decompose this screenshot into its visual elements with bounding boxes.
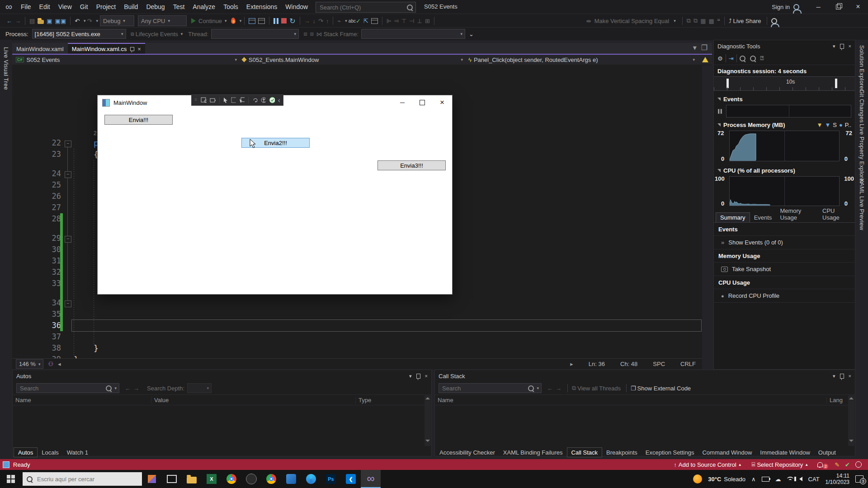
align-center-icon[interactable]: ⫤ <box>394 17 399 24</box>
search-back-icon[interactable]: ← <box>125 385 131 392</box>
taskbar-chrome[interactable] <box>222 470 241 488</box>
close-icon[interactable]: × <box>849 373 851 379</box>
show-external-code-icon[interactable]: ❐ <box>631 385 636 392</box>
open-file-icon[interactable] <box>38 18 44 24</box>
fold-collapse-box[interactable]: − <box>65 171 71 178</box>
tray-expand-icon[interactable]: ∧ <box>751 476 756 483</box>
pin-icon[interactable] <box>416 374 420 379</box>
taskbar-blue-app[interactable] <box>281 470 301 488</box>
grip-icon[interactable]: ⠿ <box>194 98 198 102</box>
feedback-pencil-icon[interactable]: ✎ <box>835 461 840 468</box>
wifi-icon[interactable] <box>787 477 793 481</box>
spell-check-icon[interactable]: abc✓ <box>349 18 361 24</box>
lifecycle-events-label[interactable]: Lifecycle Events <box>136 31 178 38</box>
align-top-icon[interactable]: ⊤ <box>401 18 406 24</box>
call-stack-header[interactable]: Call Stack ▾× <box>435 370 855 382</box>
weather-widget[interactable]: 30°C Soleado <box>708 476 745 483</box>
restore-button[interactable] <box>828 0 848 14</box>
live-share-status-icon[interactable] <box>855 461 862 468</box>
hot-reload-icon[interactable] <box>231 18 236 24</box>
weather-sun-icon[interactable] <box>693 474 702 483</box>
view-threads-icon[interactable]: ⧉ <box>572 385 576 392</box>
warning-icon[interactable] <box>702 57 708 62</box>
taskbar-excel[interactable]: X <box>202 470 222 488</box>
image-icon[interactable]: ▦ <box>700 18 706 24</box>
align-bottom-icon[interactable]: ⊥ <box>417 18 422 24</box>
live-visual-tree-icon[interactable] <box>249 18 255 24</box>
battery-icon[interactable] <box>762 477 769 482</box>
fold-collapse-box[interactable]: − <box>65 300 71 307</box>
restart-icon[interactable]: ↻ <box>289 17 295 25</box>
wpf-button[interactable]: Envia3!!! <box>377 160 446 170</box>
take-snapshot-link[interactable]: Take Snapshot <box>714 263 855 276</box>
pin-icon[interactable] <box>840 374 844 379</box>
keyboard-language[interactable]: CAT <box>808 476 820 483</box>
breadcrumb-project[interactable]: C# S052 Events▾ <box>12 56 241 63</box>
repository-chevron[interactable]: ▲ <box>805 463 808 467</box>
search-input[interactable] <box>441 385 528 392</box>
solution-platform-dropdown[interactable]: Any CPU▾ <box>138 15 187 26</box>
xaml-grid-icon[interactable] <box>371 18 378 24</box>
display-layout-adorners-icon[interactable] <box>231 97 236 103</box>
menu-item[interactable]: Window <box>281 0 312 14</box>
search-input[interactable] <box>19 385 106 392</box>
sign-in-label[interactable]: Sign in <box>772 4 790 10</box>
settings-gear-icon[interactable]: ⚙ <box>717 55 723 62</box>
bottom-tab[interactable]: Breakpoints <box>602 447 642 457</box>
show-next-statement-icon[interactable]: → <box>304 18 310 24</box>
side-tab[interactable]: Live Property Explorer <box>859 124 865 183</box>
search-depth-dropdown[interactable]: ▾ <box>187 383 212 393</box>
menu-item[interactable]: Edit <box>35 0 54 14</box>
taskbar-photoshop[interactable]: Ps <box>321 470 341 488</box>
bottom-tab[interactable]: Command Window <box>698 447 756 457</box>
menu-item[interactable]: Build <box>120 0 142 14</box>
solution-configuration-dropdown[interactable]: Debug▾ <box>100 15 134 26</box>
undo-dropdown[interactable]: ▾ <box>84 19 86 23</box>
bottom-tab[interactable]: Exception Settings <box>642 447 698 457</box>
tab-list-chevron-icon[interactable]: ▾ <box>693 43 697 52</box>
select-element-cursor-icon[interactable] <box>223 97 227 103</box>
close-icon[interactable]: × <box>849 43 851 49</box>
taskbar-file-explorer[interactable] <box>182 470 202 488</box>
redo-icon[interactable]: ↷ <box>87 18 92 24</box>
source-control-up-icon[interactable]: ↑ <box>674 461 677 468</box>
make-vertical-spacing-label[interactable]: Make Vertical Spacing Equal <box>594 18 669 24</box>
action-center-icon[interactable]: 3 <box>855 475 863 483</box>
health-indicator-icon[interactable]: ▸ <box>570 361 573 367</box>
app-close-button[interactable]: × <box>432 96 452 109</box>
search-back-icon[interactable]: ← <box>547 385 553 392</box>
diagnostic-tools-header[interactable]: Diagnostic Tools ▾× <box>714 40 855 52</box>
collapse-toolbar-icon[interactable]: ‹ <box>278 96 280 104</box>
breadcrumb-type[interactable]: S052_Events.MainWindow▾ <box>241 56 467 63</box>
bottom-tab[interactable]: Accessibility Checker <box>435 447 499 457</box>
volume-icon[interactable] <box>799 477 802 481</box>
save-all-icon[interactable]: ▣▣ <box>55 18 66 24</box>
live-share-session-icon[interactable]: ⚇ <box>48 361 53 367</box>
stop-debugging-icon[interactable] <box>281 18 287 23</box>
align-left-icon[interactable]: ⊫ <box>387 18 392 24</box>
scroll-up-icon[interactable] <box>849 397 854 399</box>
view-threads-label[interactable]: View all Threads <box>577 385 621 392</box>
quote-icon[interactable]: ❝ <box>717 18 720 24</box>
accessibility-checker-icon[interactable] <box>261 97 266 103</box>
feedback-person-icon[interactable] <box>771 18 778 24</box>
float-window-icon[interactable]: ❐ <box>701 43 708 52</box>
hot-reload-swirl-icon[interactable] <box>252 97 258 103</box>
quick-search[interactable] <box>316 2 416 13</box>
diagnostics-tab[interactable]: Summary <box>716 212 750 222</box>
menu-item[interactable]: Test <box>169 0 189 14</box>
side-tab[interactable]: XAML Live Preview <box>859 178 865 230</box>
user-profile-icon[interactable] <box>793 4 799 10</box>
grid-options-icon[interactable]: ▩ <box>709 18 714 24</box>
fold-collapse-box[interactable]: − <box>65 141 71 147</box>
track-focused-element-icon[interactable] <box>239 97 245 103</box>
record-layout-icon[interactable] <box>210 98 216 103</box>
diagnostics-tab[interactable]: Memory Usage <box>776 206 818 222</box>
menu-item[interactable]: Analyze <box>189 0 219 14</box>
pause-events-icon[interactable] <box>718 109 722 113</box>
taskbar-search[interactable] <box>23 472 142 486</box>
scroll-down-icon[interactable] <box>425 440 430 442</box>
undo-icon[interactable]: ↶ <box>75 18 80 24</box>
onedrive-cloud-icon[interactable]: ☁ <box>775 476 781 483</box>
pin-icon[interactable] <box>840 44 844 49</box>
